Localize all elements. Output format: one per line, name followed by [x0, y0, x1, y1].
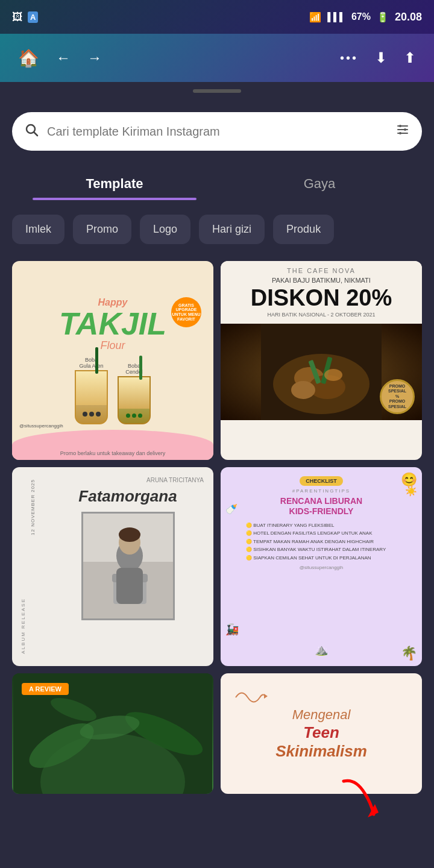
template-card-diskon[interactable]: THE CAFE NOVA PAKAI BAJU BATIKMU, NIKMAT…	[221, 261, 422, 460]
tab-gaya[interactable]: Gaya	[217, 168, 422, 200]
battery-percent: 67%	[351, 11, 371, 22]
liburan-brand: @situssupercanggih	[246, 565, 397, 570]
main-content: Template Gaya Imlek Promo Logo Hari gizi…	[0, 100, 434, 868]
template-card-liburan[interactable]: 😊 ☀️ 🚂 🌴 ⛰️ 🍼 CHECKLIST #PARENTINGTIPS R…	[221, 467, 422, 666]
drink1-label: BobaGula Aren	[75, 357, 108, 369]
category-pills: Imlek Promo Logo Hari gizi Produk	[12, 215, 422, 247]
template-card-skinimalism[interactable]: Mengenal Teen Skinimalism	[221, 673, 422, 794]
tab-container: Template Gaya	[12, 168, 422, 200]
liburan-checklist-badge: CHECKLIST	[300, 476, 343, 486]
diskon-main: DISKON 20%	[227, 286, 416, 309]
mountain-icon: ⛰️	[315, 643, 328, 656]
share-button[interactable]: ⬆	[404, 49, 416, 66]
svg-line-1	[34, 133, 38, 136]
liburan-checklist: 🟡 BUAT ITINERARY YANG FLEKSIBEL 🟡 HOTEL …	[246, 521, 397, 562]
diskon-food-image: PROMOSPESIAL%PROMOSPESIAL	[221, 324, 422, 420]
svg-point-12	[291, 381, 315, 399]
takjil-badge: GRATIS UPGRADE UNTUK MENU FAVORIT	[171, 297, 201, 327]
diskon-brand: THE CAFE NOVA	[227, 267, 416, 274]
svg-point-15	[324, 369, 342, 381]
status-left: 🖼 A	[12, 11, 38, 24]
tab-template[interactable]: Template	[12, 168, 217, 200]
fata-creator: ARUNA TRICITANYA	[52, 477, 204, 483]
takjil-footer: Promo berlaku untuk takeaway dan deliver…	[18, 450, 207, 456]
takjil-flour: Flour	[59, 339, 166, 352]
category-promo[interactable]: Promo	[73, 215, 131, 244]
search-bar[interactable]	[12, 112, 422, 151]
forward-button[interactable]: →	[87, 49, 102, 66]
liburan-hashtag: #PARENTINGTIPS	[246, 488, 397, 494]
takjil-title: TAKJIL	[59, 308, 166, 339]
skin-title: Mengenal	[275, 706, 367, 724]
category-hari-gizi[interactable]: Hari gizi	[199, 215, 265, 244]
diskon-date: HARI BATIK NASIONAL - 2 OKTOBER 2021	[227, 312, 416, 318]
skinimalism-content: Mengenal Teen Skinimalism	[275, 706, 367, 761]
train-icon: 🚂	[225, 623, 239, 636]
filter-icon[interactable]	[395, 122, 410, 140]
liburan-title: RENCANA LIBURANKIDS-FRIENDLY	[246, 496, 397, 517]
takjil-brand: @situssupercanggih	[19, 423, 63, 429]
svg-point-6	[404, 128, 406, 131]
home-button[interactable]: 🏠	[18, 48, 39, 68]
fata-photo	[81, 512, 175, 620]
template-card-takjil[interactable]: Happy TAKJIL Flour BobaGula Aren	[12, 261, 213, 460]
template-grid: Happy TAKJIL Flour BobaGula Aren	[12, 261, 422, 794]
more-options-button[interactable]: •••	[340, 51, 358, 65]
status-bar: 🖼 A 📶 ▌▌▌ 67% 🔋 20.08	[0, 0, 434, 34]
drink2-label: BobaCendol	[118, 363, 151, 375]
svg-marker-30	[264, 694, 268, 699]
svg-rect-21	[116, 568, 143, 604]
baby-icon: 🍼	[225, 503, 237, 515]
category-produk[interactable]: Produk	[273, 215, 334, 244]
nav-left: 🏠 ← →	[18, 48, 102, 68]
template-card-review[interactable]: A REVIEW	[12, 673, 213, 794]
diskon-tagline: PAKAI BAJU BATIKMU, NIKMATI	[227, 277, 416, 284]
clock: 20.08	[395, 11, 422, 24]
battery-icon: 🔋	[377, 11, 389, 23]
template-card-fatamorgana[interactable]: ALBUM RELEASE 12 NOVEMBER 2025 ARUNA TRI…	[12, 467, 213, 666]
diskon-badge: PROMOSPESIAL%PROMOSPESIAL	[380, 379, 415, 414]
search-icon	[24, 122, 39, 140]
review-badge: A REVIEW	[22, 683, 69, 695]
translate-icon: A	[28, 11, 38, 23]
drag-handle	[0, 82, 434, 100]
fata-title: Fatamorgana	[52, 487, 204, 506]
skin-subtitle: Teen Skinimalism	[275, 723, 367, 761]
back-button[interactable]: ←	[56, 49, 71, 66]
palm-tree-icon: 🌴	[401, 646, 417, 661]
svg-point-5	[399, 125, 401, 127]
photo-icon: 🖼	[12, 11, 23, 24]
status-right: 📶 ▌▌▌ 67% 🔋 20.08	[309, 11, 422, 24]
fata-date-side: 12 NOVEMBER 2025	[30, 479, 40, 654]
top-navigation: 🏠 ← → ••• ⬇ ⬆	[0, 34, 434, 82]
svg-point-7	[399, 132, 401, 134]
wifi-icon: 📶	[309, 11, 321, 23]
svg-point-23	[119, 527, 140, 542]
sun-icon: ☀️	[405, 485, 417, 497]
signal-icon: ▌▌▌	[327, 12, 345, 22]
download-button[interactable]: ⬇	[375, 49, 387, 66]
drag-bar	[193, 89, 241, 93]
nav-right: ••• ⬇ ⬆	[340, 49, 416, 66]
fata-side-labels: ALBUM RELEASE	[20, 479, 30, 654]
category-imlek[interactable]: Imlek	[12, 215, 64, 244]
search-input[interactable]	[47, 125, 395, 139]
category-logo[interactable]: Logo	[140, 215, 190, 244]
